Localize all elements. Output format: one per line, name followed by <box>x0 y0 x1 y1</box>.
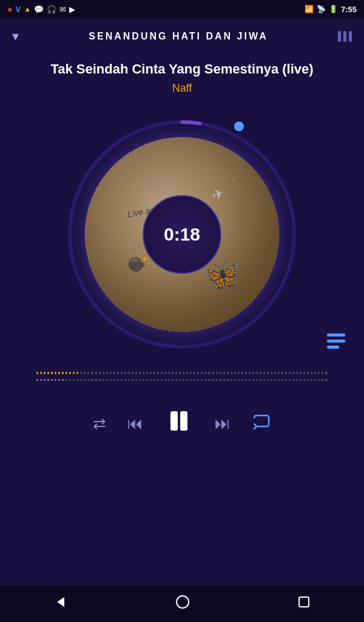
progress-dot-2 <box>113 379 115 381</box>
album-container: ✦ ✦ ✦ Live acoustic ✈ 💣 🦋 0:18 <box>0 107 364 362</box>
progress-dot-2 <box>271 379 272 381</box>
progress-dot <box>121 372 123 374</box>
progress-dot <box>197 372 199 374</box>
progress-dot-2 <box>292 379 294 381</box>
home-button[interactable] <box>175 595 190 613</box>
progress-dot-2 <box>55 379 56 381</box>
progress-dot <box>231 372 232 374</box>
progress-dot <box>106 372 108 374</box>
signal-icon: 📡 <box>317 5 326 13</box>
progress-dot <box>201 372 203 374</box>
progress-dot <box>186 372 188 374</box>
shuffle-button[interactable]: ⇄ <box>93 414 106 433</box>
progress-dot <box>238 372 240 374</box>
progress-dot-2 <box>252 379 254 381</box>
progress-dot-2 <box>44 379 46 381</box>
wifi-icon: 📶 <box>305 5 314 13</box>
header-menu-button[interactable] <box>338 31 352 42</box>
progress-dot-2 <box>249 379 251 381</box>
progress-dot <box>252 372 254 374</box>
queue-icon[interactable] <box>327 333 349 356</box>
current-time-display: 0:18 <box>143 195 221 274</box>
progress-dot-2 <box>231 379 232 381</box>
progress-dot-2 <box>197 379 199 381</box>
progress-dot <box>289 372 291 374</box>
progress-row-1: // Generate dots inline for row 1 const … <box>36 371 328 375</box>
icon-v: V <box>15 5 21 14</box>
progress-dot <box>139 372 141 374</box>
progress-dot-2 <box>161 379 163 381</box>
progress-dot-2 <box>311 379 312 381</box>
progress-dot <box>263 372 265 374</box>
icon-warning: ▲ <box>24 5 31 13</box>
progress-dot <box>73 372 75 374</box>
progress-dot <box>157 372 159 374</box>
progress-dot-2 <box>223 379 225 381</box>
svg-rect-8 <box>180 411 187 431</box>
progress-dot <box>267 372 269 374</box>
progress-dot-2 <box>80 379 82 381</box>
progress-dot-2 <box>325 379 327 381</box>
progress-dot <box>84 372 86 374</box>
svg-rect-7 <box>170 411 178 431</box>
progress-dot <box>135 372 137 374</box>
progress-dot <box>256 372 258 374</box>
pause-button[interactable] <box>164 406 194 441</box>
progress-dot <box>161 372 163 374</box>
progress-dot-2 <box>278 379 280 381</box>
progress-dot <box>292 372 294 374</box>
progress-dot <box>190 372 192 374</box>
progress-dot <box>66 372 67 374</box>
progress-dot <box>69 372 71 374</box>
svg-rect-11 <box>299 597 309 607</box>
progress-dot-2 <box>128 379 130 381</box>
progress-dot-2 <box>62 379 64 381</box>
progress-dot-2 <box>322 379 323 381</box>
status-icons-right: 📶 📡 🔋 7:55 <box>305 5 357 14</box>
progress-dot-2 <box>267 379 269 381</box>
progress-dot-2 <box>201 379 203 381</box>
progress-dot-2 <box>106 379 108 381</box>
loop-button[interactable] <box>252 413 271 434</box>
next-button[interactable]: ⏭ <box>215 414 231 433</box>
progress-dot <box>260 372 261 374</box>
progress-dot <box>128 372 130 374</box>
progress-dot <box>285 372 287 374</box>
status-bar: ● V ▲ 💬 🎧 ✉ ▶ 📶 📡 🔋 7:55 <box>0 0 364 18</box>
icon-music: 🎧 <box>47 5 56 14</box>
progress-dot <box>183 372 184 374</box>
progress-dot-2 <box>285 379 287 381</box>
progress-dot-2 <box>110 379 112 381</box>
progress-dot-2 <box>172 379 174 381</box>
progress-dot-2 <box>139 379 141 381</box>
svg-marker-9 <box>57 597 64 607</box>
progress-dot-2 <box>220 379 221 381</box>
progress-dot-2 <box>314 379 316 381</box>
progress-dot <box>245 372 247 374</box>
back-button[interactable] <box>53 595 68 613</box>
progress-area: // Generate dots inline for row 1 const … <box>0 368 364 385</box>
progress-dot <box>249 372 251 374</box>
progress-dot-2 <box>168 379 170 381</box>
progress-dot-2 <box>289 379 291 381</box>
progress-dot-2 <box>143 379 144 381</box>
progress-dot-2 <box>73 379 75 381</box>
progress-dot <box>220 372 221 374</box>
progress-dot-2 <box>135 379 137 381</box>
progress-dot-2 <box>150 379 152 381</box>
progress-dot <box>223 372 225 374</box>
progress-dot-2 <box>183 379 184 381</box>
progress-dot <box>227 372 229 374</box>
progress-dot-2 <box>318 379 320 381</box>
header-title: SENANDUNG HATI DAN JIWA <box>89 31 268 42</box>
status-icons-left: ● V ▲ 💬 🎧 ✉ ▶ <box>7 4 75 14</box>
icon-mail: ✉ <box>59 5 66 14</box>
progress-dot <box>325 372 327 374</box>
recents-button[interactable] <box>297 595 311 612</box>
progress-dot <box>307 372 309 374</box>
svg-point-10 <box>177 596 189 608</box>
previous-button[interactable]: ⏮ <box>127 414 143 433</box>
chevron-down-icon[interactable]: ▾ <box>12 29 19 44</box>
progress-dot-2 <box>186 379 188 381</box>
progress-dot-2 <box>69 379 71 381</box>
